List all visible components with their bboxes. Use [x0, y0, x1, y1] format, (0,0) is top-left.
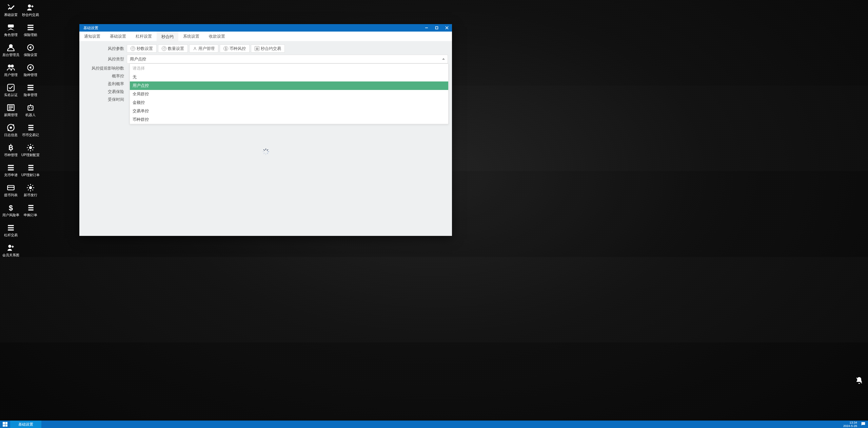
desktop-icon-label: 充币申请	[4, 173, 18, 177]
svg-point-0	[28, 4, 31, 7]
app-icon	[6, 63, 16, 72]
desktop-icon-label: 币种管理	[4, 153, 18, 157]
desktop-icon-label: 新闻管理	[4, 113, 18, 117]
tool-button[interactable]: $币种风控	[220, 44, 250, 53]
svg-line-40	[32, 149, 33, 150]
app-icon	[6, 83, 16, 92]
tool-button-label: 币种风控	[230, 46, 246, 52]
dropdown-item[interactable]: 全局群控	[130, 90, 448, 98]
desktop-icon[interactable]: 杠杆交易	[1, 222, 20, 241]
app-icon	[26, 123, 35, 132]
desktop-icon-label: 用户管理	[4, 73, 18, 77]
svg-line-59	[32, 185, 33, 186]
dropdown-item[interactable]: 交易单控	[130, 107, 448, 115]
desktop-icon[interactable]: 后台管理员	[1, 41, 20, 61]
desktop-icon[interactable]: 充币申请	[1, 162, 20, 181]
app-icon	[26, 3, 35, 12]
desktop-icon-label: 保险设置	[24, 53, 37, 57]
desktop-icon[interactable]: 险种管理	[21, 61, 40, 81]
desktop-icon-label: 险单管理	[24, 93, 37, 97]
desktop-icon[interactable]: $用户风险率	[1, 202, 20, 221]
desktop-icon-label: 提币列表	[4, 193, 18, 197]
form-label: 风控类型	[83, 56, 127, 62]
menu-item[interactable]: 收款设置	[204, 32, 230, 41]
svg-point-9	[8, 64, 11, 68]
clock[interactable]: 13:34 2024-5-26	[843, 421, 857, 428]
tool-button[interactable]: ▦秒合约交易	[251, 44, 285, 53]
form-label: 概率控	[83, 73, 127, 79]
menu-item[interactable]: 通知设置	[79, 32, 105, 41]
tool-button[interactable]: ⏱秒数设置	[127, 44, 157, 53]
desktop-icon-label: UP理财配置	[21, 153, 40, 157]
chat-icon[interactable]	[861, 421, 866, 427]
desktop-icon[interactable]: UP理财订单	[21, 162, 40, 181]
app-icon	[26, 163, 35, 172]
menu-item[interactable]: 系统设置	[178, 32, 204, 41]
desktop-icon[interactable]: 机器人	[21, 101, 40, 121]
menu-item[interactable]: 杠杆设置	[131, 32, 157, 41]
svg-point-71	[194, 47, 196, 49]
minimize-button[interactable]	[421, 24, 432, 32]
tool-button[interactable]: 用户管理	[189, 44, 218, 53]
notifications-bell-icon[interactable]	[855, 376, 863, 385]
app-icon	[26, 183, 35, 192]
close-button[interactable]	[442, 24, 452, 32]
svg-line-75	[267, 153, 268, 154]
form-label: 交易保险	[83, 89, 127, 95]
app-icon	[6, 163, 16, 172]
desktop-icon[interactable]: 保险设置	[21, 41, 40, 61]
clock-icon: ⏱	[162, 46, 166, 51]
desktop-icon[interactable]: 秒合约交易	[21, 1, 40, 21]
desktop-icon[interactable]: B币种管理	[1, 142, 20, 161]
app-icon	[6, 3, 16, 12]
tool-button-label: 秒合约交易	[261, 46, 281, 52]
desktop-icon[interactable]: 新币发行	[21, 182, 40, 201]
svg-point-67	[8, 245, 11, 248]
taskbar: 基础设置 13:34 2024-5-26	[0, 421, 868, 428]
tool-button[interactable]: ⏱数量设置	[158, 44, 188, 53]
param-label: 风控参数	[83, 46, 127, 52]
maximize-button[interactable]	[432, 24, 442, 32]
desktop-icon[interactable]: 保险理赔	[21, 21, 40, 41]
dropdown-item[interactable]: 币种群控	[130, 115, 448, 124]
dropdown-item[interactable]: 无	[130, 73, 448, 81]
desktop-icon[interactable]: 会员关系图	[1, 242, 20, 261]
tool-button-label: 用户管理	[198, 46, 215, 52]
desktop-icon[interactable]: 新闻管理	[1, 101, 20, 121]
start-button[interactable]	[0, 421, 10, 428]
svg-line-39	[28, 145, 28, 146]
desktop-icon-label: 保险理赔	[24, 33, 37, 37]
desktop-icon[interactable]: 申购订单	[21, 202, 40, 221]
app-icon	[6, 103, 16, 112]
titlebar[interactable]: 基础设置	[79, 24, 452, 32]
desktop-icon[interactable]: 基础设置	[1, 1, 20, 21]
svg-point-34	[29, 146, 32, 149]
desktop-icon-label: 新币发行	[24, 193, 37, 197]
svg-line-77	[263, 153, 264, 154]
desktop-icon[interactable]: 用户管理	[1, 61, 20, 81]
risk-type-dropdown[interactable]: 请选择无用户点控全局群控金额控交易单控币种群控	[130, 63, 449, 124]
taskbar-item-settings[interactable]: 基础设置	[10, 421, 41, 428]
svg-line-73	[267, 150, 268, 150]
desktop-icon[interactable]: 提币列表	[1, 182, 20, 201]
desktop-icon-label: 申购订单	[24, 213, 37, 217]
app-icon	[26, 203, 35, 212]
menu-item[interactable]: 基础设置	[105, 32, 131, 41]
form-label: 受保时间	[83, 97, 127, 103]
desktop-icon[interactable]: 险单管理	[21, 81, 40, 101]
desktop-icon[interactable]: 角色管理	[1, 21, 20, 41]
svg-rect-70	[436, 27, 438, 29]
desktop-icon[interactable]: 日志信息	[1, 122, 20, 141]
dropdown-item[interactable]: 金额控	[130, 98, 448, 107]
dropdown-item[interactable]: 用户点控	[130, 81, 448, 90]
risk-type-select[interactable]: 用户点控	[127, 55, 448, 63]
desktop-icon[interactable]: 实名认证	[1, 81, 20, 101]
svg-point-21	[29, 107, 30, 108]
tool-button-label: 数量设置	[168, 46, 184, 52]
svg-point-25	[10, 127, 12, 129]
menu-item[interactable]: 秒合约	[157, 32, 178, 41]
app-icon: B	[6, 143, 16, 152]
svg-point-10	[11, 64, 14, 68]
desktop-icon[interactable]: UP理财配置	[21, 142, 40, 161]
desktop-icon[interactable]: 币币交易记	[21, 122, 40, 141]
